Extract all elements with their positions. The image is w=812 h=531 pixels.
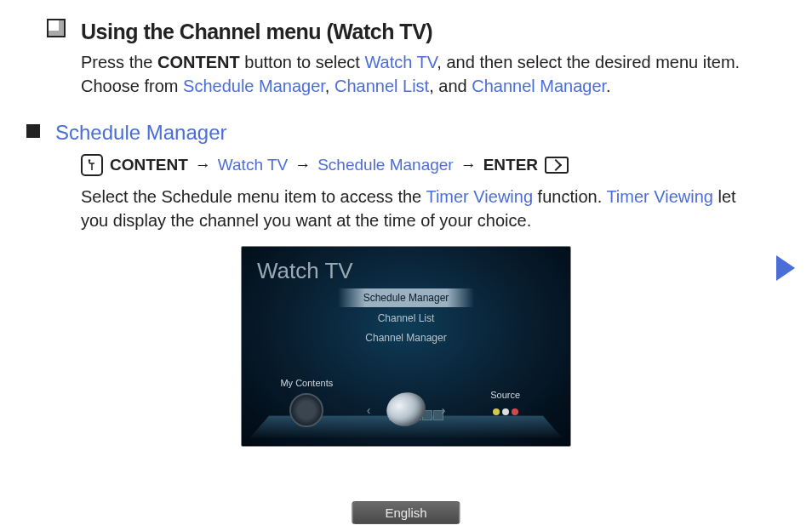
tv-dock: My Contents Source bbox=[242, 349, 570, 434]
dock-my-contents: My Contents bbox=[260, 377, 353, 434]
arrow-icon: → bbox=[294, 154, 311, 177]
remote-menu-icon bbox=[81, 154, 103, 176]
page-title: Using the Channel menu (Watch TV) bbox=[81, 17, 765, 47]
dock-label-right: Source bbox=[459, 389, 552, 402]
intro-text: , bbox=[325, 77, 335, 95]
dock-source: Source bbox=[459, 389, 552, 434]
film-reel-icon bbox=[286, 393, 327, 434]
chevron-left-icon: ‹ bbox=[367, 403, 371, 420]
path-enter: ENTER bbox=[483, 154, 538, 177]
path-watch-tv[interactable]: Watch TV bbox=[218, 154, 288, 177]
section-bullet-icon bbox=[26, 124, 40, 138]
link-watch-tv[interactable]: Watch TV bbox=[364, 53, 437, 71]
path-content: CONTENT bbox=[110, 154, 188, 177]
intro-text: Press the bbox=[81, 53, 157, 71]
link-timer-viewing-2[interactable]: Timer Viewing bbox=[606, 187, 713, 206]
tv-screenshot: Watch TV Schedule Manager Channel List C… bbox=[241, 246, 571, 447]
link-timer-viewing[interactable]: Timer Viewing bbox=[426, 187, 533, 206]
satellite-dish-icon bbox=[384, 390, 428, 434]
intro-text: button to select bbox=[240, 53, 365, 71]
content-bold: CONTENT bbox=[157, 53, 240, 71]
path-schedule-manager[interactable]: Schedule Manager bbox=[317, 154, 454, 177]
tv-menu-item: Channel List bbox=[242, 309, 570, 328]
dock-label-left: My Contents bbox=[260, 377, 353, 390]
desc-text: Select the Schedule menu item to access … bbox=[81, 187, 426, 206]
enter-icon bbox=[545, 157, 569, 174]
next-page-arrow[interactable] bbox=[776, 255, 795, 281]
description-paragraph: Select the Schedule menu item to access … bbox=[81, 185, 765, 232]
chevron-right-icon: › bbox=[442, 403, 446, 420]
link-schedule-manager[interactable]: Schedule Manager bbox=[183, 77, 325, 95]
bookmark-bullet-icon bbox=[47, 19, 66, 37]
language-button[interactable]: English bbox=[352, 501, 460, 524]
section-heading: Schedule Manager bbox=[55, 118, 765, 147]
link-channel-manager[interactable]: Channel Manager bbox=[472, 77, 606, 95]
tv-menu: Schedule Manager Channel List Channel Ma… bbox=[242, 288, 570, 348]
arrow-icon: → bbox=[195, 154, 211, 177]
link-channel-list[interactable]: Channel List bbox=[335, 77, 429, 95]
tv-menu-item: Channel Manager bbox=[242, 328, 570, 348]
arrow-icon: → bbox=[460, 154, 477, 177]
tv-menu-item-selected: Schedule Manager bbox=[338, 288, 474, 308]
navigation-path: CONTENT → Watch TV → Schedule Manager → … bbox=[81, 154, 765, 177]
desc-text: function. bbox=[533, 187, 606, 206]
intro-paragraph: Press the CONTENT button to select Watch… bbox=[81, 50, 765, 98]
intro-text: . bbox=[606, 77, 611, 95]
svg-point-0 bbox=[89, 159, 91, 162]
source-icon bbox=[487, 408, 524, 434]
dock-center bbox=[359, 390, 453, 434]
tv-title: Watch TV bbox=[242, 247, 570, 286]
intro-text: , and bbox=[429, 77, 472, 95]
